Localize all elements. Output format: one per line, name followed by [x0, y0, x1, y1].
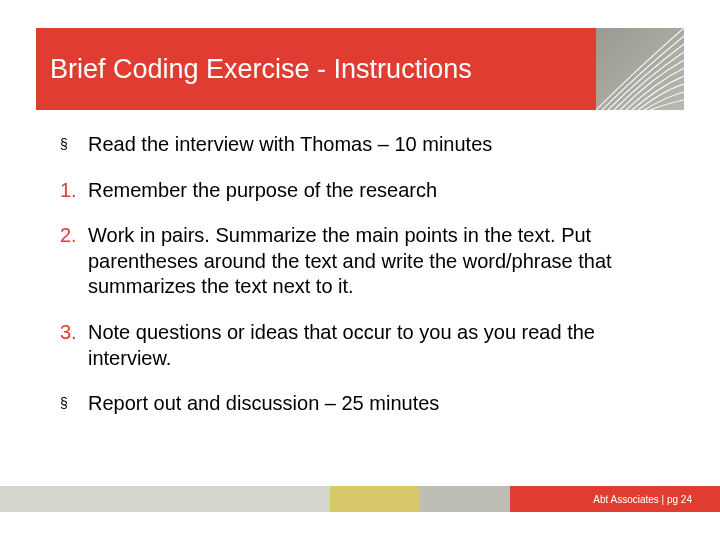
list-item-text: Remember the purpose of the research	[88, 178, 437, 204]
bullet-icon: §	[60, 391, 88, 417]
list-item-text: Read the interview with Thomas – 10 minu…	[88, 132, 492, 158]
list-item-text: Work in pairs. Summarize the main points…	[88, 223, 660, 300]
slide-title: Brief Coding Exercise - Instructions	[50, 54, 472, 85]
list-item-text: Note questions or ideas that occur to yo…	[88, 320, 660, 371]
number-marker: 3.	[60, 320, 88, 371]
list-item: 2. Work in pairs. Summarize the main poi…	[60, 223, 660, 300]
content-body: § Read the interview with Thomas – 10 mi…	[60, 132, 660, 437]
footer-segment	[0, 486, 330, 512]
footer-segment: Abt Associates | pg 24	[510, 486, 720, 512]
logo	[596, 28, 684, 110]
list-item-text: Report out and discussion – 25 minutes	[88, 391, 439, 417]
bullet-icon: §	[60, 132, 88, 158]
list-item: § Report out and discussion – 25 minutes	[60, 391, 660, 417]
footer-text: Abt Associates | pg 24	[593, 494, 692, 505]
footer-bar: Abt Associates | pg 24	[0, 486, 720, 512]
title-bar: Brief Coding Exercise - Instructions	[36, 28, 596, 110]
list-item: 3. Note questions or ideas that occur to…	[60, 320, 660, 371]
list-item: 1. Remember the purpose of the research	[60, 178, 660, 204]
footer-segment	[420, 486, 510, 512]
number-marker: 1.	[60, 178, 88, 204]
number-marker: 2.	[60, 223, 88, 300]
list-item: § Read the interview with Thomas – 10 mi…	[60, 132, 660, 158]
footer-segment	[330, 486, 420, 512]
